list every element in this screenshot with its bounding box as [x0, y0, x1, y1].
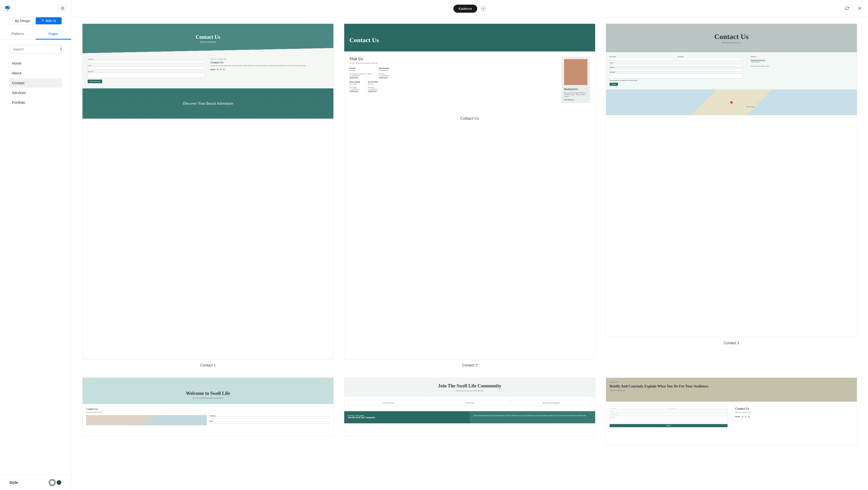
tp2-newbiz-sub: Strategic Director: [379, 69, 390, 71]
header-center: Kadence: [454, 5, 486, 13]
tp4-sub: We'd love to hear from you!: [86, 412, 330, 413]
tp6-overline: OVERLINE: [610, 382, 853, 383]
nav-services[interactable]: Services: [9, 88, 62, 97]
facebook-icon: [742, 416, 743, 417]
tp1-send-button: Send Message: [88, 79, 102, 83]
template-preview-6[interactable]: OVERLINE Briefly And Concisely Explain W…: [606, 378, 857, 445]
tp2-team-sub: Recruiting: [368, 83, 378, 85]
tp6-contact-sub: We'd love to hear from you!: [735, 412, 853, 413]
tp2-general-sub: Front desk: [349, 69, 371, 71]
tp1-desc: At Swell Life, we offer a wide range of …: [211, 65, 328, 67]
tab-pages[interactable]: Pages: [36, 29, 71, 39]
sidebar-header: [0, 0, 71, 17]
tp3-sf-label: San Francisco: [746, 106, 755, 107]
template-item-contact-6: OVERLINE Briefly And Concisely Explain W…: [606, 378, 857, 445]
tp2-email1: mail@mail.mail: [349, 76, 371, 78]
close-button[interactable]: [857, 5, 863, 12]
tp1-fullname-label: Full Name *: [88, 58, 205, 60]
tp2-press: Press & Media: [349, 81, 360, 83]
tp3-subject: Subject *: [610, 67, 743, 68]
search-icon: [60, 47, 62, 52]
tp3-submit: Submit: [610, 83, 618, 86]
template-gallery[interactable]: Contact Us Add an overline text Full Nam…: [71, 17, 868, 490]
tp2-email2: mail@mail.mail: [379, 76, 390, 78]
tp1-cta: Discover Your Beach Adventure: [183, 101, 233, 105]
search-input[interactable]: [9, 45, 60, 53]
template-item-contact-1: Contact Us Add an overline text Full Nam…: [82, 24, 334, 367]
template-item-contact-2: Contact Us Visit Us Discover a world of …: [344, 24, 595, 367]
with-ai-button[interactable]: With AI: [36, 17, 62, 24]
tp4-hero-title: Welcome to Swell Life: [88, 391, 328, 396]
tp2-email3: mail@mail.mail: [349, 90, 360, 92]
template-preview-3[interactable]: Contact Us We'd love to hear from you! F…: [606, 24, 857, 337]
swatch-dark[interactable]: [56, 480, 62, 485]
refresh-icon: [845, 6, 849, 10]
tab-patterns[interactable]: Patterns: [0, 29, 36, 39]
tp3-email: Email *: [610, 62, 743, 64]
tp3-lastname: Last Name: [677, 56, 743, 57]
add-button[interactable]: [481, 6, 486, 11]
nav-home[interactable]: Home: [9, 59, 62, 68]
tp3-hero-title: Contact Us: [611, 33, 852, 41]
tp3-map: San Francisco: [606, 90, 857, 115]
tp1-socials-label: Socials:: [211, 69, 215, 70]
tp6-email: Email Address: [610, 413, 727, 415]
template-item-contact-3: Contact Us We'd love to hear from you! F…: [606, 24, 857, 367]
tp2-hero-title: Contact Us: [349, 37, 590, 44]
twitter-icon: [745, 416, 746, 417]
twitter-icon: [220, 69, 222, 70]
tp2-visit-sub: Discover a world of beach treasures at S…: [349, 62, 557, 64]
svg-point-0: [61, 48, 62, 50]
refresh-button[interactable]: [844, 5, 850, 12]
nav-contact[interactable]: Contact: [9, 78, 62, 88]
settings-button[interactable]: [59, 5, 66, 12]
template-preview-2[interactable]: Contact Us Visit Us Discover a world of …: [344, 24, 595, 359]
swatch-light[interactable]: [50, 480, 55, 485]
tp2-newbiz: New Business: [379, 67, 390, 69]
template-label-2: Contact 2: [344, 363, 595, 367]
template-preview-4[interactable]: Welcome to Swell Life Discover the Best …: [82, 378, 334, 436]
kadence-button[interactable]: Kadence: [454, 5, 477, 13]
template-preview-1[interactable]: Contact Us Add an overline text Full Nam…: [82, 24, 334, 359]
tp2-press-sub: Press Officer: [349, 83, 360, 85]
tp5-stat1: Customers Served: [348, 400, 428, 406]
style-footer: Style: [0, 475, 71, 490]
tp2-general: General: [349, 67, 371, 69]
nav-portfolio[interactable]: Portfolio: [9, 98, 62, 107]
tp5-hero-title: Join The Swell Life Community: [349, 383, 590, 389]
instagram-icon: [748, 416, 749, 417]
template-label-1: Contact 1: [82, 363, 334, 367]
sparkle-icon: [41, 19, 44, 23]
tp2-email4: mail@mail.mail: [368, 90, 378, 92]
kadence-logo: [5, 5, 11, 11]
plus-icon: [482, 7, 485, 10]
facebook-icon: [217, 69, 219, 70]
gallery-grid: Contact Us Add an overline text Full Nam…: [82, 24, 857, 445]
divider: [853, 5, 854, 12]
tp6-hero-sub: We'd love to hear from you!: [610, 390, 853, 391]
nav-about[interactable]: About: [9, 68, 62, 78]
tp2-image: [564, 59, 587, 85]
tp2-hq: Headquarters: [564, 88, 587, 91]
tp2-visit-title: Visit Us: [349, 57, 557, 61]
tp1-hero-sub: Add an overline text: [88, 41, 328, 43]
search-button[interactable]: [60, 45, 62, 53]
tp4-contact-title: Contact Us: [86, 407, 330, 411]
settings-icon: [61, 6, 64, 10]
tp6-subject: Subject: [610, 410, 727, 412]
tp3-hero-sub: We'd love to hear from you!: [611, 42, 852, 43]
instagram-icon: [223, 69, 225, 70]
tp3-firstname: First Name: [610, 56, 675, 57]
search-container: [0, 40, 71, 59]
main-area: Kadence: [71, 0, 868, 490]
tp2-directions: Get Directions: [564, 99, 587, 101]
tp1-overline: ADD AN OVERLINE: [211, 58, 328, 60]
main-header: Kadence: [71, 0, 868, 17]
style-label: Style: [9, 481, 18, 485]
tp3-emaillink: hello@yoursitename.com: [751, 59, 765, 61]
sidebar: By Design With AI Patterns Pages Home Ab…: [0, 0, 71, 490]
template-preview-5[interactable]: Join The Swell Life Community Embrace th…: [344, 378, 595, 436]
tp2-bottom-title: Contact Us: [344, 116, 595, 121]
tp3-addr: 123 N Street City, State Country: [751, 65, 769, 67]
by-design-button[interactable]: By Design: [9, 17, 36, 24]
